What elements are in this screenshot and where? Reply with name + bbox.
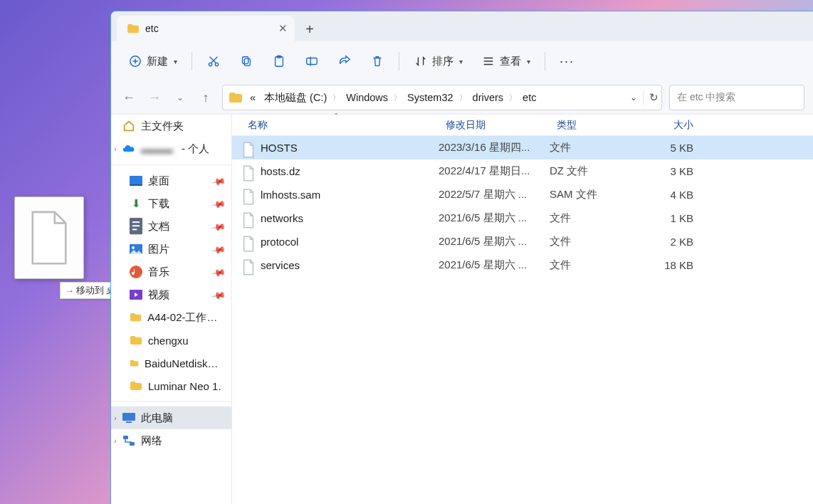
- sidebar-item-folder[interactable]: chengxu: [111, 329, 231, 352]
- pin-icon: 📌: [211, 264, 226, 279]
- file-row[interactable]: hosts.dz2022/4/17 星期日...DZ 文件3 KB: [232, 159, 813, 183]
- file-row[interactable]: lmhosts.sam2022/5/7 星期六 ...SAM 文件4 KB: [232, 183, 813, 206]
- sidebar-item-folder[interactable]: BaiduNetdiskDownload: [111, 352, 231, 374]
- breadcrumb[interactable]: etc: [518, 92, 540, 103]
- breadcrumb[interactable]: 本地磁盘 (C:): [260, 91, 331, 105]
- explorer-body: 主文件夹 › ▬▬▬ - 个人 桌面📌 ⬇下载📌 文档📌 图片📌 音乐📌 视频📌…: [111, 114, 813, 504]
- chevron-right-icon: 〉: [392, 93, 403, 103]
- sidebar-item-desktop[interactable]: 桌面📌: [111, 169, 231, 192]
- copy-button[interactable]: [232, 48, 261, 74]
- breadcrumb[interactable]: Windows: [342, 92, 392, 103]
- cut-button[interactable]: [199, 48, 228, 74]
- file-size: 3 KB: [642, 165, 701, 177]
- file-date: 2023/3/16 星期四...: [439, 141, 550, 154]
- folder-icon: [229, 92, 243, 103]
- file-icon: [242, 212, 255, 225]
- sidebar-network[interactable]: › 网络: [111, 429, 231, 452]
- pin-icon: 📌: [211, 287, 226, 302]
- pin-icon: 📌: [211, 173, 226, 188]
- file-row[interactable]: networks2021/6/5 星期六 ...文件1 KB: [232, 206, 813, 230]
- sidebar-item-folder[interactable]: Luminar Neo 1.: [111, 374, 231, 397]
- separator: [545, 52, 545, 70]
- share-button[interactable]: [330, 48, 359, 74]
- sidebar-item-pictures[interactable]: 图片📌: [111, 238, 231, 261]
- scissors-icon: [206, 54, 221, 68]
- file-row[interactable]: protocol2021/6/5 星期六 ...文件2 KB: [232, 230, 813, 253]
- svg-rect-4: [244, 58, 250, 65]
- address-row: ← → ⌄ ↑ « 本地磁盘 (C:) 〉 Windows 〉 System32…: [111, 81, 813, 114]
- delete-button[interactable]: [363, 48, 392, 74]
- address-dropdown[interactable]: ⌄: [630, 93, 637, 103]
- sidebar-item-label: 桌面: [148, 174, 169, 188]
- sidebar: 主文件夹 › ▬▬▬ - 个人 桌面📌 ⬇下载📌 文档📌 图片📌 音乐📌 视频📌…: [111, 115, 232, 504]
- pin-icon: 📌: [211, 219, 226, 233]
- sidebar-onedrive-personal[interactable]: › ▬▬▬ - 个人: [111, 137, 231, 160]
- rename-icon: [305, 54, 319, 68]
- ellipsis-icon: ···: [560, 54, 575, 69]
- sort-label: 排序: [432, 55, 453, 68]
- file-size: 4 KB: [642, 189, 701, 201]
- column-date[interactable]: 修改日期: [439, 115, 550, 135]
- desktop-icon: [130, 174, 142, 187]
- paste-button[interactable]: [265, 48, 293, 74]
- breadcrumb[interactable]: System32: [403, 92, 457, 103]
- sidebar-this-pc[interactable]: › 此电脑: [111, 406, 231, 429]
- sidebar-item-music[interactable]: 音乐📌: [111, 261, 231, 283]
- file-date: 2021/6/5 星期六 ...: [439, 235, 550, 248]
- separator: [399, 52, 399, 70]
- document-icon: [130, 220, 142, 233]
- sidebar-item-label: 网络: [141, 434, 162, 448]
- rename-button[interactable]: [298, 48, 326, 74]
- svg-rect-12: [132, 226, 140, 227]
- sidebar-item-documents[interactable]: 文档📌: [111, 215, 231, 238]
- sort-button[interactable]: 排序 ▾: [406, 48, 470, 74]
- file-type: SAM 文件: [550, 188, 642, 201]
- sidebar-item-label: 主文件夹: [141, 120, 184, 133]
- share-icon: [337, 54, 352, 68]
- sidebar-item-videos[interactable]: 视频📌: [111, 283, 231, 306]
- music-icon: [130, 266, 142, 278]
- download-icon: ⬇: [130, 197, 142, 210]
- toolbar: 新建 ▾ 排序 ▾ 查看 ▾ ···: [111, 41, 813, 81]
- refresh-button[interactable]: ↻: [649, 91, 659, 104]
- forward-button[interactable]: →: [145, 88, 164, 107]
- svg-rect-8: [130, 176, 142, 184]
- chevron-right-icon: ›: [114, 414, 117, 422]
- cloud-icon: [122, 142, 135, 155]
- sidebar-item-downloads[interactable]: ⬇下载📌: [111, 192, 231, 215]
- file-size: 1 KB: [642, 212, 701, 224]
- sort-arrow-icon: ⌃: [333, 112, 339, 120]
- file-icon: [242, 236, 255, 248]
- column-size[interactable]: 大小: [642, 115, 701, 135]
- new-tab-button[interactable]: +: [298, 17, 322, 41]
- pin-icon: 📌: [211, 196, 226, 211]
- breadcrumb-overflow[interactable]: «: [246, 92, 260, 103]
- file-row[interactable]: HOSTS2023/3/16 星期四...文件5 KB: [232, 136, 813, 159]
- breadcrumb[interactable]: drivers: [468, 92, 508, 103]
- file-name: HOSTS: [261, 142, 298, 154]
- tab-close-icon[interactable]: ✕: [278, 22, 288, 35]
- sidebar-item-folder[interactable]: A44-02-工作总结: [111, 306, 231, 329]
- tab-etc[interactable]: etc ✕: [117, 16, 295, 41]
- drag-ghost-file: [14, 196, 84, 279]
- more-button[interactable]: ···: [552, 48, 582, 74]
- separator: [643, 90, 644, 105]
- file-row[interactable]: services2021/6/5 星期六 ...文件18 KB: [232, 253, 813, 277]
- svg-rect-3: [243, 57, 248, 64]
- file-icon: [242, 189, 255, 201]
- arrow-icon: →: [65, 285, 74, 296]
- chevron-right-icon: ›: [114, 145, 117, 153]
- search-input[interactable]: 在 etc 中搜索: [669, 85, 804, 110]
- recent-dropdown[interactable]: ⌄: [171, 88, 189, 107]
- view-button[interactable]: 查看 ▾: [474, 48, 537, 74]
- new-button[interactable]: 新建 ▾: [121, 48, 184, 74]
- sort-icon: [414, 54, 428, 68]
- sidebar-home[interactable]: 主文件夹: [111, 115, 231, 137]
- back-button[interactable]: ←: [120, 88, 138, 107]
- column-type[interactable]: 类型: [550, 115, 642, 135]
- svg-rect-13: [132, 229, 137, 231]
- address-bar[interactable]: « 本地磁盘 (C:) 〉 Windows 〉 System32 〉 drive…: [222, 85, 662, 110]
- file-name: services: [261, 259, 300, 271]
- file-size: 5 KB: [642, 142, 701, 154]
- up-button[interactable]: ↑: [196, 88, 215, 107]
